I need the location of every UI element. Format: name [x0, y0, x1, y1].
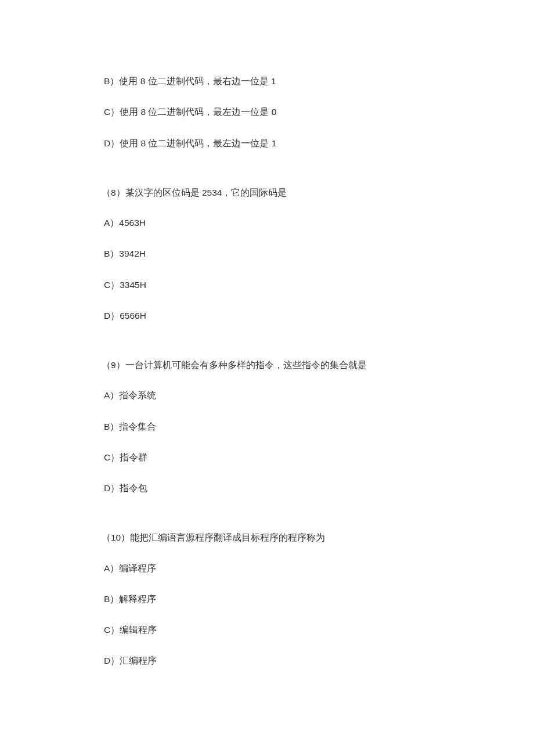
q8-option-c: C）3345H — [102, 278, 534, 291]
q9-option-b: B）指令集合 — [102, 420, 534, 433]
question-8: （8）某汉字的区位码是 2534，它的国际码是 — [102, 186, 534, 199]
question-10: （10）能把汇编语言源程序翻译成目标程序的程序称为 — [102, 531, 534, 544]
q8-option-a: A）4563H — [102, 216, 534, 229]
q10-option-c: C）编辑程序 — [102, 623, 534, 636]
option-d: D）使用 8 位二进制代码，最左边一位是 1 — [102, 136, 534, 150]
option-c: C）使用 8 位二进制代码，最左边一位是 0 — [102, 105, 534, 118]
q10-option-d: D）汇编程序 — [102, 654, 534, 667]
q10-option-b: B）解释程序 — [102, 592, 534, 606]
q8-option-b: B）3942H — [102, 247, 534, 260]
q9-option-a: A）指令系统 — [102, 388, 534, 402]
q10-option-a: A）编译程序 — [102, 561, 534, 575]
option-b: B）使用 8 位二进制代码，最右边一位是 1 — [102, 74, 534, 88]
question-9: （9）一台计算机可能会有多种多样的指令，这些指令的集合就是 — [102, 358, 534, 372]
q9-option-c: C）指令群 — [102, 451, 534, 464]
q8-option-d: D）6566H — [102, 309, 534, 322]
q9-option-d: D）指令包 — [102, 481, 534, 495]
